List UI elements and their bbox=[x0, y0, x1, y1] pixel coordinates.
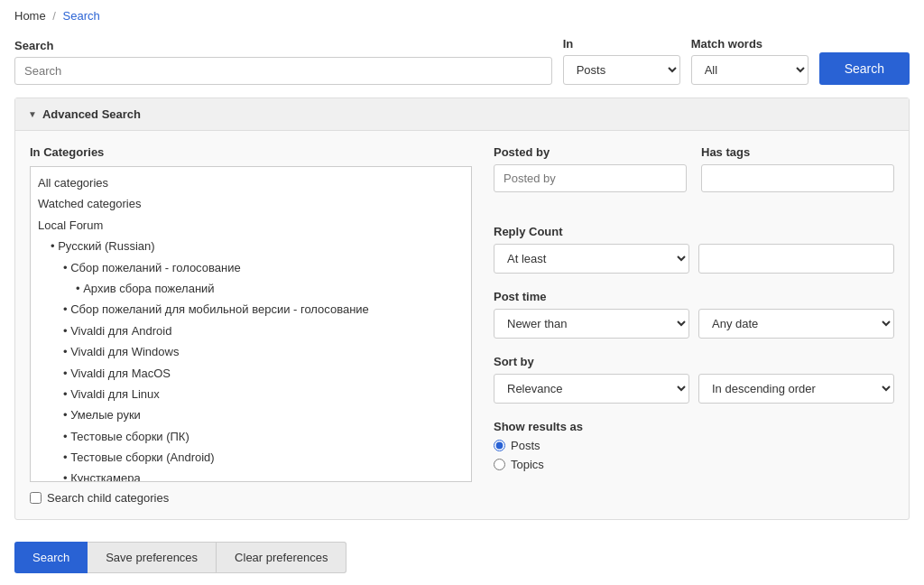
match-label: Match words bbox=[691, 37, 808, 51]
sort-by-row: Relevance Post date Reply count In desce… bbox=[494, 374, 894, 404]
post-time-select[interactable]: Newer than Older than Between bbox=[494, 309, 689, 339]
in-field-group: In Posts Topics Users bbox=[563, 37, 680, 85]
search-child-checkbox[interactable] bbox=[30, 492, 42, 504]
reply-count-group: Reply Count At least At most Equals bbox=[494, 225, 894, 274]
post-time-row: Newer than Older than Between Any date Y… bbox=[494, 309, 894, 339]
search-button-top[interactable]: Search bbox=[819, 52, 910, 85]
categories-col: In Categories All categories Watched cat… bbox=[30, 145, 472, 505]
categories-label: In Categories bbox=[30, 145, 472, 159]
post-time-group: Post time Newer than Older than Between … bbox=[494, 290, 894, 339]
list-item[interactable]: • Тестовые сборки (ПК) bbox=[38, 426, 464, 447]
sort-by-select[interactable]: Relevance Post date Reply count bbox=[494, 374, 689, 404]
posted-by-group: Posted by bbox=[494, 145, 687, 192]
match-select[interactable]: All Any Exact bbox=[691, 55, 808, 85]
search-button-bottom[interactable]: Search bbox=[14, 542, 88, 573]
search-child-label: Search child categories bbox=[47, 491, 169, 505]
breadcrumb-current: Search bbox=[63, 9, 100, 23]
triangle-icon: ▼ bbox=[28, 109, 37, 119]
sort-by-group: Sort by Relevance Post date Reply count … bbox=[494, 355, 894, 404]
posted-by-label: Posted by bbox=[494, 145, 687, 159]
category-list: All categories Watched categories Local … bbox=[31, 167, 471, 482]
list-item[interactable]: • Сбор пожеланий - голосование bbox=[38, 257, 464, 278]
advanced-panel: ▼ Advanced Search In Categories All cate… bbox=[14, 98, 910, 520]
posted-by-input[interactable] bbox=[494, 164, 687, 192]
category-list-wrapper[interactable]: All categories Watched categories Local … bbox=[30, 166, 472, 482]
reply-count-row: At least At most Equals bbox=[494, 244, 894, 274]
list-item[interactable]: All categories bbox=[38, 172, 464, 193]
match-field-group: Match words All Any Exact bbox=[691, 37, 808, 85]
show-results-label: Show results as bbox=[494, 420, 894, 433]
reply-count-value-input[interactable] bbox=[698, 244, 894, 274]
list-item[interactable]: • Тестовые сборки (Android) bbox=[38, 447, 464, 468]
show-results-options: Posts Topics bbox=[494, 439, 894, 471]
reply-count-label: Reply Count bbox=[494, 225, 894, 238]
breadcrumb-sep: / bbox=[52, 9, 56, 23]
in-select[interactable]: Posts Topics Users bbox=[563, 55, 680, 85]
has-tags-group: Has tags bbox=[701, 145, 894, 192]
search-row: Search In Posts Topics Users Match words… bbox=[14, 37, 910, 85]
show-results-topics-row[interactable]: Topics bbox=[494, 458, 894, 471]
list-item[interactable]: Local Forum bbox=[38, 215, 464, 236]
list-item[interactable]: • Vivaldi для Android bbox=[38, 320, 464, 341]
save-preferences-button[interactable]: Save preferences bbox=[88, 542, 217, 573]
advanced-body: In Categories All categories Watched cat… bbox=[15, 131, 909, 519]
advanced-header-label: Advanced Search bbox=[42, 107, 141, 121]
post-time-label: Post time bbox=[494, 290, 894, 303]
list-item[interactable]: • Vivaldi для Windows bbox=[38, 341, 464, 362]
breadcrumb-home[interactable]: Home bbox=[14, 9, 46, 23]
list-item[interactable]: • Сбор пожеланий для мобильной версии - … bbox=[38, 299, 464, 320]
filters-col: Posted by Has tags Reply Count At least bbox=[494, 145, 894, 505]
list-item[interactable]: • Vivaldi для MacOS bbox=[38, 363, 464, 384]
clear-preferences-button[interactable]: Clear preferences bbox=[217, 542, 346, 573]
advanced-header[interactable]: ▼ Advanced Search bbox=[15, 98, 909, 131]
list-item[interactable]: • Умелые руки bbox=[38, 404, 464, 425]
bottom-actions: Search Save preferences Clear preference… bbox=[14, 533, 910, 577]
search-main-field: Search bbox=[14, 39, 552, 85]
list-item[interactable]: • Кунсткамера bbox=[38, 468, 464, 482]
list-item[interactable]: • Vivaldi для Linux bbox=[38, 384, 464, 404]
reply-count-select[interactable]: At least At most Equals bbox=[494, 244, 689, 274]
breadcrumb: Home / Search bbox=[14, 9, 910, 23]
sort-by-label: Sort by bbox=[494, 355, 894, 368]
show-results-posts-radio[interactable] bbox=[494, 440, 505, 451]
has-tags-input[interactable] bbox=[701, 164, 894, 192]
post-time-date-select[interactable]: Any date Yesterday Last week Last month … bbox=[698, 309, 894, 339]
search-input[interactable] bbox=[14, 57, 552, 85]
show-results-posts-row[interactable]: Posts bbox=[494, 439, 894, 452]
sort-order-select[interactable]: In descending order In ascending order bbox=[698, 374, 894, 404]
show-results-group: Show results as Posts Topics bbox=[494, 420, 894, 471]
in-label: In bbox=[563, 37, 680, 51]
has-tags-label: Has tags bbox=[701, 145, 894, 159]
show-results-posts-label: Posts bbox=[511, 439, 541, 452]
list-item[interactable]: • Русский (Russian) bbox=[38, 236, 464, 256]
show-results-topics-radio[interactable] bbox=[494, 459, 505, 470]
show-results-topics-label: Topics bbox=[511, 458, 544, 471]
list-item[interactable]: • Архив сбора пожеланий bbox=[38, 278, 464, 299]
list-item[interactable]: Watched categories bbox=[38, 193, 464, 214]
search-child-row: Search child categories bbox=[30, 491, 472, 505]
search-label: Search bbox=[14, 39, 552, 52]
